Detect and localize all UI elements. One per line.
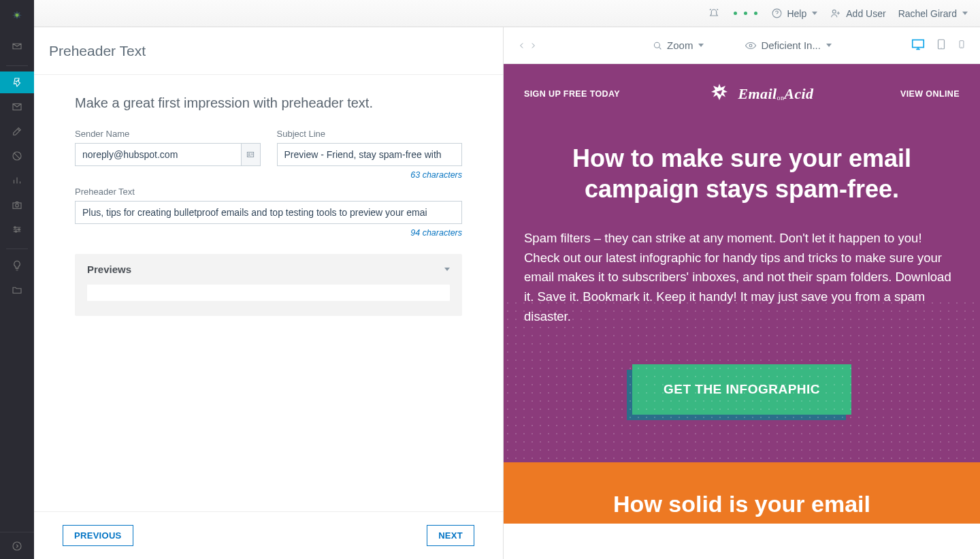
alarm-icon — [708, 7, 720, 20]
desktop-icon — [911, 37, 926, 52]
nav-expand[interactable] — [0, 532, 34, 559]
bar-chart-icon — [11, 174, 23, 187]
cta-button[interactable]: GET THE INFOGRAPHIC — [632, 364, 851, 415]
main-area: Preheader Text Make a great first impres… — [34, 27, 980, 559]
more-menu[interactable] — [732, 12, 759, 15]
zoom-label: Zoom — [667, 39, 693, 51]
chevron-left-icon — [517, 41, 527, 50]
eye-icon — [745, 39, 757, 52]
svg-point-12 — [654, 42, 659, 48]
add-user-icon — [830, 7, 842, 20]
editor-content: Make a great first impression with prehe… — [34, 75, 503, 511]
nav-settings[interactable] — [0, 219, 34, 240]
svg-point-1 — [833, 10, 836, 13]
username-label: Rachel Girard — [898, 8, 957, 19]
previews-slot — [87, 285, 450, 301]
email-hero: SIGN UP FREE TODAY EmailonAcid VIEW ONLI… — [504, 64, 980, 462]
page-intro: Make a great first impression with prehe… — [75, 95, 462, 111]
nav-analytics[interactable] — [0, 170, 34, 191]
chevron-right-icon — [528, 41, 538, 50]
lightbulb-icon — [11, 259, 23, 272]
chevron-down-icon — [812, 12, 817, 15]
app-logo[interactable] — [0, 4, 34, 29]
nav-inbox[interactable] — [0, 35, 34, 57]
svg-point-13 — [750, 44, 753, 47]
search-icon — [652, 40, 663, 51]
device-desktop[interactable] — [911, 37, 926, 54]
zoom-dropdown[interactable]: Zoom — [652, 39, 704, 51]
nav-divider — [6, 65, 28, 66]
camera-icon — [11, 199, 23, 211]
subject-char-count: 63 characters — [277, 170, 463, 180]
email-section-orange: How solid is your email — [504, 462, 980, 524]
sliders-icon — [11, 223, 23, 236]
block-icon — [11, 150, 23, 162]
user-menu[interactable]: Rachel Girard — [898, 8, 968, 19]
device-tablet[interactable] — [935, 38, 947, 52]
chevron-down-icon — [698, 44, 704, 47]
chevron-down-icon — [826, 44, 832, 47]
device-mobile[interactable] — [957, 38, 966, 52]
add-user-label: Add User — [846, 8, 885, 19]
nav-folder[interactable] — [0, 279, 34, 301]
editor-pane: Preheader Text Make a great first impres… — [34, 27, 504, 559]
ribbon-check-icon — [11, 76, 23, 89]
subject-line-input[interactable] — [277, 143, 463, 166]
mobile-icon — [957, 38, 966, 50]
edit-icon — [11, 125, 23, 138]
email-headline: How to make sure your email campaign sta… — [524, 143, 960, 204]
sender-contact-chip[interactable] — [241, 144, 260, 165]
splat-logo-icon — [11, 10, 23, 22]
folder-icon — [11, 284, 23, 296]
notifications-button[interactable] — [708, 7, 720, 20]
nav-ideas[interactable] — [0, 255, 34, 276]
signup-link[interactable]: SIGN UP FREE TODAY — [524, 89, 620, 99]
id-card-icon — [246, 150, 255, 159]
chevron-right-circle-icon — [11, 540, 23, 552]
add-user-button[interactable]: Add User — [830, 7, 885, 20]
previews-panel: Previews — [75, 254, 462, 316]
nav-divider — [6, 249, 28, 249]
top-bar: Help Add User Rachel Girard — [0, 0, 980, 27]
vision-label: Deficient In... — [761, 39, 821, 51]
help-icon — [771, 7, 783, 19]
svg-rect-14 — [913, 40, 924, 48]
subject-line-label: Subject Line — [277, 129, 463, 139]
side-nav — [0, 0, 34, 559]
chevron-down-icon — [962, 12, 968, 15]
nav-block[interactable] — [0, 145, 34, 167]
nav-edit[interactable] — [0, 121, 34, 142]
svg-point-18 — [962, 47, 962, 48]
preview-toolbar: Zoom Deficient In... — [504, 27, 980, 64]
email-preview-frame: SIGN UP FREE TODAY EmailonAcid VIEW ONLI… — [504, 64, 980, 559]
code-toggle[interactable] — [517, 41, 538, 50]
svg-point-11 — [248, 153, 250, 155]
next-button[interactable]: NEXT — [427, 525, 474, 546]
page-title: Preheader Text — [34, 27, 503, 75]
chevron-down-icon — [444, 268, 450, 271]
wizard-footer: PREVIOUS NEXT — [34, 511, 503, 559]
mail-icon — [11, 101, 23, 113]
nav-campaign-check[interactable] — [0, 71, 34, 93]
previews-toggle[interactable]: Previews — [87, 263, 450, 275]
preheader-char-count: 94 characters — [75, 228, 462, 238]
sender-name-label: Sender Name — [75, 129, 261, 139]
brand-logo: EmailonAcid — [707, 82, 814, 106]
help-label: Help — [787, 8, 806, 19]
sender-name-input[interactable] — [75, 143, 261, 166]
email-body: Spam filters – they can strike at any mo… — [524, 229, 960, 326]
view-online-link[interactable]: VIEW ONLINE — [900, 89, 960, 99]
help-menu[interactable]: Help — [771, 7, 817, 19]
nav-camera[interactable] — [0, 194, 34, 216]
previews-title: Previews — [87, 263, 131, 275]
svg-point-5 — [16, 204, 19, 208]
nav-mail[interactable] — [0, 96, 34, 118]
inbox-icon — [11, 40, 23, 52]
preheader-text-label: Preheader Text — [75, 187, 462, 197]
svg-point-9 — [13, 542, 21, 550]
tablet-icon — [935, 38, 947, 50]
previous-button[interactable]: PREVIOUS — [63, 525, 133, 546]
brand-splat-icon — [707, 82, 732, 106]
vision-dropdown[interactable]: Deficient In... — [745, 39, 832, 52]
preheader-text-input[interactable] — [75, 201, 462, 224]
